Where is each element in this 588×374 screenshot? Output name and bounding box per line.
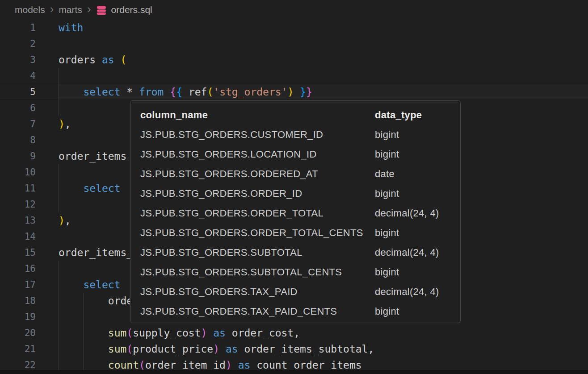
code-text: sum(product_price) as order_items_subtot… [59, 341, 374, 357]
column-name-cell: JS.PUB.STG_ORDERS.LOCATION_ID [140, 149, 375, 160]
line-number: 19 [0, 309, 36, 325]
indent-guide-icon [59, 293, 59, 309]
hover-table-row: JS.PUB.STG_ORDERS.ORDERED_ATdate [140, 164, 456, 184]
line-number: 4 [0, 68, 36, 84]
line-number: 8 [0, 132, 36, 148]
data-type-cell: bigint [375, 188, 456, 199]
code-line[interactable]: 1with [0, 20, 588, 36]
data-type-cell: date [375, 168, 456, 180]
code-line[interactable]: 5 select * from {{ ref('stg_orders') }} [0, 84, 588, 100]
indent-guide-icon [59, 196, 59, 212]
indent-guide-icon [59, 325, 59, 341]
indent-guide-icon [59, 180, 59, 196]
breadcrumb-item-marts[interactable]: marts [59, 4, 82, 15]
indent-guide-icon [59, 261, 59, 277]
data-type-cell: bigint [375, 149, 456, 160]
line-number: 7 [0, 116, 36, 132]
hover-table-row: JS.PUB.STG_ORDERS.ORDER_IDbigint [140, 184, 456, 204]
code-line[interactable]: 20 sum(supply_cost) as order_cost, [0, 325, 588, 341]
code-text: orders as ( [59, 52, 126, 68]
column-name-cell: JS.PUB.STG_ORDERS.ORDER_TOTAL [140, 208, 375, 219]
line-number: 5 [0, 84, 36, 100]
bottom-panel-edge [0, 370, 588, 374]
column-name-cell: JS.PUB.STG_ORDERS.ORDER_ID [140, 188, 375, 199]
code-text: sum(supply_cost) as order_cost, [59, 325, 300, 341]
hover-table-row: JS.PUB.STG_ORDERS.ORDER_TOTAL_CENTSbigin… [140, 223, 456, 243]
line-number: 20 [0, 325, 36, 341]
data-type-cell: bigint [375, 227, 456, 239]
data-type-cell: bigint [375, 306, 456, 317]
line-number: 18 [0, 293, 36, 309]
indent-guide-icon [59, 100, 59, 116]
column-name-cell: JS.PUB.STG_ORDERS.TAX_PAID [140, 286, 375, 298]
code-line[interactable]: 2 [0, 36, 588, 52]
code-text: with [59, 20, 83, 36]
breadcrumb-item-file[interactable]: orders.sql [111, 4, 152, 15]
data-type-header: data_type [375, 109, 456, 121]
data-type-cell: bigint [375, 129, 456, 141]
code-text: select [59, 180, 120, 196]
column-name-cell: JS.PUB.STG_ORDERS.SUBTOTAL [140, 247, 375, 258]
hover-table-row: JS.PUB.STG_ORDERS.TAX_PAID_CENTSbigint [140, 302, 456, 321]
column-name-cell: JS.PUB.STG_ORDERS.SUBTOTAL_CENTS [140, 266, 375, 278]
line-number: 6 [0, 100, 36, 116]
indent-guide-icon [59, 68, 59, 84]
chevron-right-icon: › [50, 4, 54, 13]
indent-guide-icon [83, 309, 84, 325]
hover-table-row: JS.PUB.STG_ORDERS.LOCATION_IDbigint [140, 145, 456, 164]
line-number: 21 [0, 341, 36, 357]
code-line[interactable]: 21 sum(product_price) as order_items_sub… [0, 341, 588, 357]
indent-guide-icon [59, 164, 59, 180]
data-type-cell: decimal(24, 4) [375, 247, 456, 258]
line-number: 2 [0, 36, 36, 52]
data-type-cell: bigint [375, 266, 456, 278]
code-line[interactable]: 4 [0, 68, 588, 84]
code-text: select [59, 277, 120, 293]
line-number: 10 [0, 164, 36, 180]
code-text: ), [59, 116, 71, 132]
line-number: 1 [0, 20, 36, 36]
hover-table-row: JS.PUB.STG_ORDERS.CUSTOMER_IDbigint [140, 125, 456, 145]
line-number: 16 [0, 261, 36, 277]
breadcrumb-item-models[interactable]: models [15, 4, 45, 15]
hover-table-row: JS.PUB.STG_ORDERS.ORDER_TOTALdecimal(24,… [140, 204, 456, 223]
code-text: ), [59, 212, 71, 229]
indent-guide-icon [83, 293, 84, 309]
hover-table-row: JS.PUB.STG_ORDERS.SUBTOTAL_CENTSbigint [140, 262, 456, 282]
line-number: 13 [0, 212, 36, 229]
indent-guide-icon [83, 325, 84, 341]
line-number: 15 [0, 245, 36, 261]
hover-table-row: JS.PUB.STG_ORDERS.TAX_PAIDdecimal(24, 4) [140, 282, 456, 302]
line-number: 3 [0, 52, 36, 68]
chevron-right-icon: › [87, 4, 91, 13]
code-line[interactable]: 3orders as ( [0, 52, 588, 68]
column-name-cell: JS.PUB.STG_ORDERS.ORDERED_AT [140, 168, 375, 180]
line-number: 14 [0, 229, 36, 245]
column-name-cell: JS.PUB.STG_ORDERS.TAX_PAID_CENTS [140, 306, 375, 317]
column-name-header: column_name [140, 109, 375, 121]
indent-guide-icon [59, 84, 59, 100]
breadcrumb: models › marts › orders.sql [0, 0, 588, 20]
indent-guide-icon [59, 277, 59, 293]
database-icon [96, 5, 107, 16]
data-type-cell: decimal(24, 4) [375, 286, 456, 298]
hover-popup: column_name data_type JS.PUB.STG_ORDERS.… [130, 100, 461, 323]
line-number: 9 [0, 148, 36, 164]
line-number: 12 [0, 196, 36, 212]
column-name-cell: JS.PUB.STG_ORDERS.CUSTOMER_ID [140, 129, 375, 141]
editor-window: models › marts › orders.sql 1with23order… [0, 0, 588, 374]
indent-guide-icon [59, 341, 59, 357]
hover-table-body: JS.PUB.STG_ORDERS.CUSTOMER_IDbigintJS.PU… [140, 125, 456, 321]
column-name-cell: JS.PUB.STG_ORDERS.ORDER_TOTAL_CENTS [140, 227, 375, 239]
line-number: 11 [0, 180, 36, 196]
code-text: select * from {{ ref('stg_orders') }} [59, 84, 312, 100]
hover-table-row: JS.PUB.STG_ORDERS.SUBTOTALdecimal(24, 4) [140, 243, 456, 262]
indent-guide-icon [59, 309, 59, 325]
data-type-cell: decimal(24, 4) [375, 208, 456, 219]
indent-guide-icon [83, 341, 84, 357]
hover-table-header: column_name data_type [140, 105, 456, 125]
line-number: 17 [0, 277, 36, 293]
